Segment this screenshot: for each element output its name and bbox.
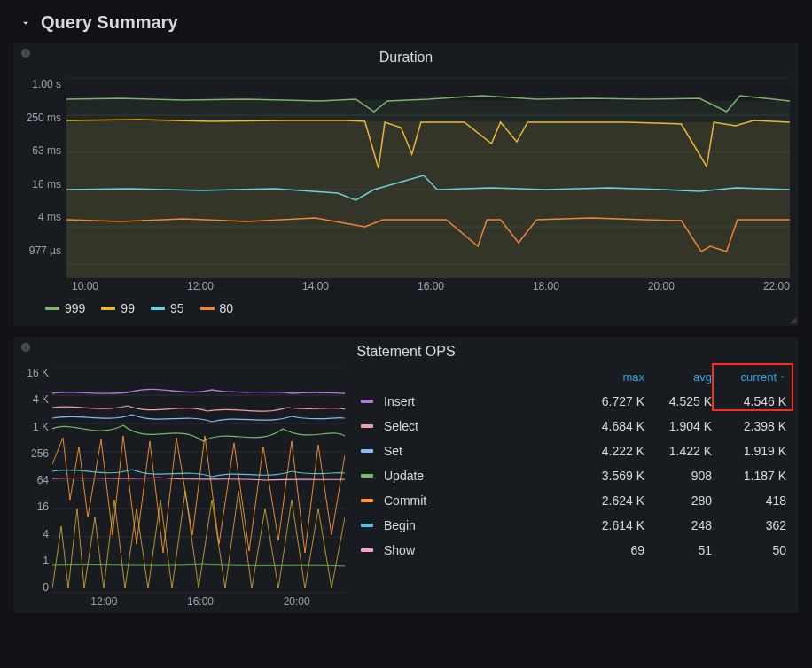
swatch-icon	[361, 400, 373, 403]
legend-row-select[interactable]: Select 4.684 K 1.904 K 2.398 K	[359, 414, 790, 439]
legend-item-95[interactable]: 95	[151, 301, 184, 315]
sort-desc-icon	[778, 373, 786, 381]
swatch-icon	[361, 474, 373, 478]
swatch-icon	[361, 524, 373, 527]
swatch-icon	[361, 548, 373, 552]
x-axis: 12:00 16:00 20:00	[17, 594, 345, 608]
col-current[interactable]: current	[719, 370, 786, 384]
info-icon[interactable]	[20, 48, 31, 61]
row-title: Query Summary	[41, 12, 178, 33]
row-toggle[interactable]: Query Summary	[12, 7, 800, 42]
col-max[interactable]: max	[581, 370, 644, 384]
chevron-down-icon	[20, 17, 32, 29]
swatch-icon	[361, 499, 373, 502]
panel-statement-ops: Statement OPS 16 K 4 K 1 K 256 64 16 4 1…	[12, 336, 800, 614]
legend-table: max avg current Insert 6.727 K 4.525 K 4…	[359, 365, 790, 563]
y-axis: 16 K 4 K 1 K 256 64 16 4 1 0	[17, 367, 52, 594]
legend-item-80[interactable]: 80	[200, 301, 234, 315]
col-avg[interactable]: avg	[652, 370, 712, 384]
legend: 999 99 95 80	[13, 292, 799, 321]
panel-duration: Duration 1.00 s 250 ms 63 ms 16 ms 4 ms …	[12, 42, 800, 327]
legend-row-insert[interactable]: Insert 6.727 K 4.525 K 4.546 K	[359, 389, 790, 414]
legend-item-999[interactable]: 999	[45, 301, 85, 315]
x-axis: 10:00 12:00 14:00 16:00 18:00 20:00 22:0…	[13, 278, 799, 292]
swatch-icon	[361, 449, 373, 453]
swatch-icon	[361, 424, 373, 428]
legend-table-header: max avg current	[359, 365, 790, 389]
legend-row-begin[interactable]: Begin 2.614 K 248 362	[359, 513, 790, 538]
resize-handle[interactable]: ◢	[790, 315, 797, 324]
y-axis: 1.00 s 250 ms 63 ms 16 ms 4 ms 977 µs	[17, 69, 66, 278]
legend-row-show[interactable]: Show 69 51 50	[359, 538, 790, 563]
duration-chart[interactable]	[66, 69, 790, 278]
legend-row-commit[interactable]: Commit 2.624 K 280 418	[359, 488, 790, 513]
panel-title: Statement OPS	[13, 337, 799, 363]
legend-row-update[interactable]: Update 3.569 K 908 1.187 K	[359, 463, 790, 488]
panel-title: Duration	[13, 43, 799, 69]
statement-ops-chart[interactable]	[52, 367, 345, 594]
legend-item-99[interactable]: 99	[101, 301, 135, 315]
info-icon[interactable]	[20, 342, 31, 355]
legend-row-set[interactable]: Set 4.222 K 1.422 K 1.919 K	[359, 439, 790, 463]
